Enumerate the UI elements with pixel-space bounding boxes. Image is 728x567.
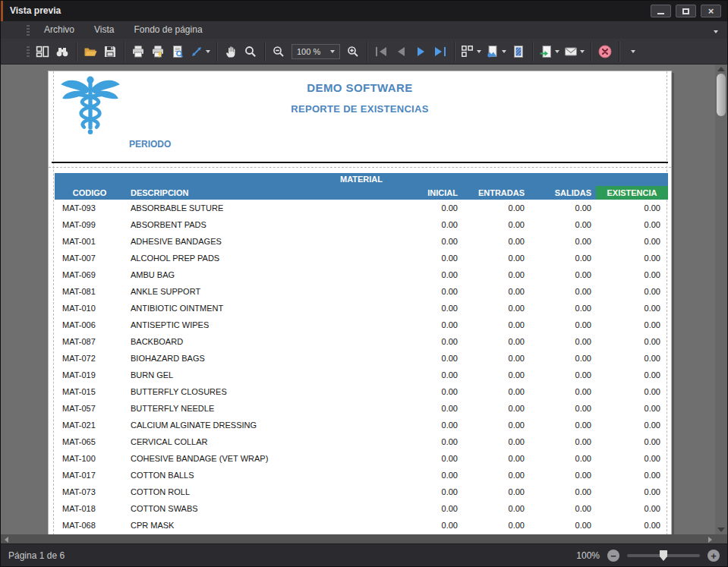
cell-value: 0.00 (396, 304, 462, 313)
table-row: MAT-006ANTISEPTIC WIPES0.000.000.000.00 (55, 317, 668, 333)
watermark-button[interactable] (509, 42, 528, 61)
magnifier-icon (244, 45, 257, 58)
cell-code: MAT-081 (55, 287, 124, 296)
close-preview-button[interactable] (595, 42, 615, 61)
page-margin-guide (53, 71, 54, 535)
cell-value: 0.00 (596, 404, 668, 413)
panels-button[interactable] (33, 42, 52, 61)
previous-page-button[interactable] (391, 42, 411, 61)
zoom-out-button[interactable] (269, 42, 288, 61)
table-header-row: CODIGO DESCRIPCION INICIAL ENTRADAS SALI… (55, 186, 668, 200)
zoom-slider[interactable] (627, 554, 700, 557)
menu-grip[interactable] (27, 25, 30, 36)
cell-code: MAT-100 (55, 454, 124, 463)
minimize-button[interactable] (651, 5, 671, 17)
close-button[interactable]: × (701, 5, 721, 17)
cell-value: 0.00 (462, 504, 529, 513)
cell-description: AMBU BAG (124, 270, 396, 279)
open-button[interactable] (80, 42, 100, 61)
horizontal-scrollbar[interactable] (1, 534, 727, 543)
printer-icon (131, 45, 145, 58)
maximize-button[interactable] (676, 5, 696, 17)
zoom-slider-thumb[interactable] (660, 550, 667, 561)
scroll-right-icon[interactable] (708, 537, 712, 543)
table-row: MAT-068CPR MASK0.000.000.000.00 (55, 517, 668, 534)
cell-value: 0.00 (462, 337, 529, 346)
cell-code: MAT-021 (55, 421, 124, 430)
table-row: MAT-087BACKBOARD0.000.000.000.00 (55, 333, 668, 350)
cell-value: 0.00 (462, 421, 529, 430)
email-button[interactable] (562, 42, 587, 61)
toolbar-separator (619, 42, 619, 61)
scale-button[interactable] (188, 42, 213, 61)
cell-value: 0.00 (396, 487, 462, 496)
last-page-icon (435, 47, 442, 56)
table-row: MAT-099ABSORBENT PADS0.000.000.000.00 (55, 216, 668, 233)
cell-description: CALCIUM ALGINATE DRESSING (124, 421, 396, 430)
table-row: MAT-081ANKLE SUPPORT0.000.000.000.00 (55, 283, 668, 300)
cell-code: MAT-057 (55, 404, 124, 413)
quick-print-icon (151, 45, 165, 58)
cell-value: 0.00 (462, 304, 529, 313)
cell-value: 0.00 (529, 404, 596, 413)
close-icon: × (708, 6, 714, 16)
table-row: MAT-007ALCOHOL PREP PADS0.000.000.000.00 (55, 250, 668, 266)
toolbar-separator (216, 42, 217, 61)
table-group-header: MATERIAL (55, 173, 668, 186)
cell-description: BIOHAZARD BAGS (124, 354, 396, 363)
cell-description: BUTTERFLY NEEDLE (124, 404, 396, 413)
toolbar-grip[interactable] (27, 46, 30, 57)
menu-archivo[interactable]: Archivo (34, 21, 84, 39)
quick-print-button[interactable] (148, 42, 168, 61)
column-header-codigo: CODIGO (55, 188, 124, 197)
next-page-icon (418, 47, 424, 56)
title-bar: Vista previa × (1, 1, 727, 21)
zoom-in-button[interactable] (343, 42, 363, 61)
cell-description: BURN GEL (124, 370, 396, 380)
scroll-down-icon[interactable] (717, 528, 725, 532)
vertical-scrollbar[interactable] (715, 65, 727, 534)
zoom-tool-button[interactable] (241, 42, 260, 61)
toolbar-separator (76, 42, 77, 61)
scroll-up-icon[interactable] (717, 67, 725, 71)
cell-value: 0.00 (596, 287, 668, 296)
column-header-existencia: EXISTENCIA (596, 186, 668, 200)
zoom-percent-label: 100% (576, 550, 600, 561)
last-page-button[interactable] (430, 42, 450, 61)
multi-page-view-button[interactable] (459, 42, 484, 61)
status-bar: Página 1 de 6 100% − + (1, 543, 727, 566)
menu-vista[interactable]: Vista (84, 21, 124, 39)
cell-description: CPR MASK (124, 521, 396, 530)
save-button[interactable] (100, 42, 120, 61)
cell-value: 0.00 (396, 370, 462, 380)
page-indicator: Página 1 de 6 (8, 550, 65, 561)
scroll-left-icon[interactable] (5, 537, 8, 543)
column-header-entradas: ENTRADAS (462, 188, 529, 197)
menu-overflow-button[interactable] (714, 25, 718, 36)
zoom-in-circle-button[interactable]: + (708, 550, 720, 562)
cell-code: MAT-006 (55, 320, 124, 329)
find-button[interactable] (52, 42, 72, 61)
first-page-button[interactable] (371, 42, 391, 61)
cell-value: 0.00 (596, 437, 668, 446)
menu-fondo-de-pagina[interactable]: Fondo de página (124, 21, 212, 39)
cell-value: 0.00 (529, 237, 596, 246)
vertical-scrollbar-thumb[interactable] (717, 74, 726, 116)
cell-value: 0.00 (396, 387, 462, 396)
cell-value: 0.00 (596, 337, 668, 346)
page-color-button[interactable] (484, 42, 509, 61)
next-page-button[interactable] (411, 42, 430, 61)
toolbar-overflow-button[interactable] (623, 42, 643, 61)
window-title: Vista previa (10, 5, 61, 16)
hand-tool-button[interactable] (221, 42, 241, 61)
export-button[interactable] (537, 42, 562, 61)
page-setup-button[interactable] (168, 42, 188, 61)
print-button[interactable] (128, 42, 148, 61)
cell-code: MAT-072 (55, 354, 124, 363)
toolbar-separator (367, 42, 367, 61)
zoom-out-circle-button[interactable]: − (607, 550, 619, 562)
zoom-combo[interactable]: 100 % (292, 44, 340, 59)
cell-value: 0.00 (529, 220, 596, 229)
cell-value: 0.00 (396, 237, 462, 246)
cell-value: 0.00 (462, 237, 529, 246)
